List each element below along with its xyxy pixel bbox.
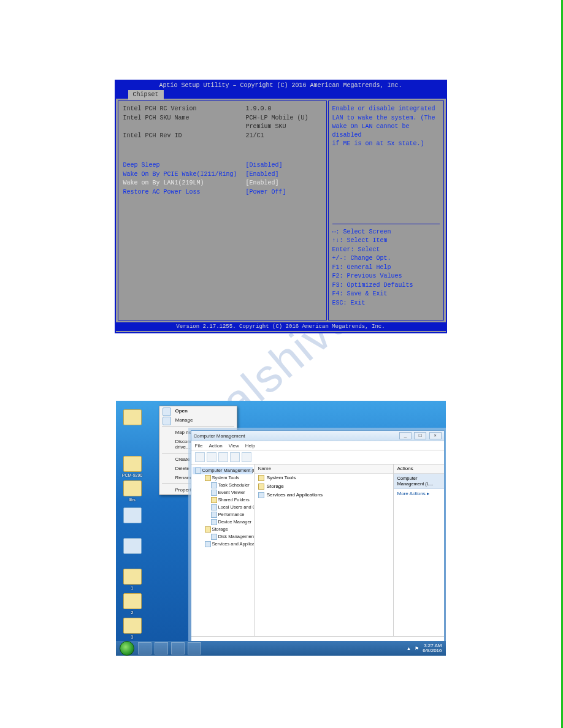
doc-page: manualshive.com Aptio Setup Utility – Co… <box>0 0 563 728</box>
tree-storage[interactable]: Storage <box>193 526 253 533</box>
actions-group: Computer Management (L... <box>394 474 444 489</box>
desktop-icon[interactable] <box>120 409 145 427</box>
icon-label: 2 <box>131 610 134 615</box>
folder-icon <box>123 409 142 425</box>
desktop-icon[interactable]: 2 <box>120 593 145 615</box>
icon-label: PCM-9290 <box>122 473 142 477</box>
list-item[interactable]: Services and Applications <box>255 491 393 499</box>
close-button[interactable]: × <box>429 432 442 439</box>
tree-task-scheduler[interactable]: Task Scheduler <box>193 482 253 489</box>
users-icon <box>211 504 217 510</box>
toolbar <box>191 450 444 464</box>
bios-option-label: Wake On By PCIE Wake(I211/Ring) <box>123 170 246 179</box>
bios-option-value: [Enabled] <box>246 170 279 179</box>
tree-root[interactable]: Computer Management (Local <box>193 467 253 474</box>
tree-shared-folders[interactable]: Shared Folders <box>193 496 253 504</box>
bios-option-restore-ac[interactable]: Restore AC Power Loss [Power Off] <box>123 188 321 197</box>
tray-clock[interactable]: 3:27 AM 6/8/2016 <box>423 643 442 654</box>
window-buttons: _ □ × <box>398 432 441 439</box>
taskbar-ie-icon[interactable] <box>138 642 151 654</box>
tree-label: Shared Folders <box>218 497 250 502</box>
folder-icon <box>123 593 142 609</box>
window-titlebar[interactable]: Computer Management _ □ × <box>191 431 444 441</box>
tree-pane: Computer Management (Local System Tools … <box>191 464 255 636</box>
services-icon <box>205 541 211 547</box>
start-button[interactable] <box>120 641 134 656</box>
toolbar-back-icon[interactable] <box>195 452 205 462</box>
desktop-icon[interactable]: PCM-9290 <box>120 456 145 477</box>
tree-device-manager[interactable]: Device Manager <box>193 518 253 526</box>
tree-label: Disk Management <box>218 534 255 539</box>
tray-flag-icon[interactable]: ⚑ <box>415 646 419 651</box>
actions-label: More Actions <box>397 491 426 496</box>
help-line: Enable or disable integrated <box>332 105 440 113</box>
tree-system-tools[interactable]: System Tools <box>193 474 253 482</box>
actions-more[interactable]: More Actions ▸ <box>394 489 444 498</box>
minimize-button[interactable]: _ <box>399 432 412 439</box>
desktop-icon[interactable]: libs <box>120 480 145 502</box>
tree-performance[interactable]: Performance <box>193 511 253 518</box>
tree-label: Device Manager <box>218 519 252 525</box>
desktop-icon[interactable]: 1 <box>120 569 145 590</box>
bios-info-row: Intel PCH SKU Name PCH-LP Mobile (U) <box>123 114 321 123</box>
tree-disk-management[interactable]: Disk Management <box>193 533 253 540</box>
bios-option-wake-lan1[interactable]: Wake on By LAN1(219LM) [Enabled] <box>123 179 321 188</box>
bios-option-value: [Enabled] <box>246 179 279 188</box>
ctx-open[interactable]: Open <box>159 406 237 415</box>
help-line: Wake On LAN cannot be disabled <box>332 123 440 139</box>
ctx-label: Delete <box>175 466 190 471</box>
bios-info-value: 1.9.0.0 <box>246 105 272 113</box>
bios-tab-chipset[interactable]: Chipset <box>128 90 164 100</box>
key-line: Enter: Select <box>332 246 440 254</box>
bios-info-label: Intel PCH Rev ID <box>123 132 246 140</box>
desktop-icon[interactable] <box>120 538 145 555</box>
bios-option-deep-sleep[interactable]: Deep Sleep [Disabled] <box>123 161 321 170</box>
divider <box>162 426 234 427</box>
list-item[interactable]: Storage <box>255 482 393 491</box>
storage-icon <box>205 526 211 533</box>
taskbar: ▲ ⚑ 3:27 AM 6/8/2016 <box>116 641 446 656</box>
menu-help[interactable]: Help <box>245 443 255 449</box>
toolbar-props-icon[interactable] <box>230 452 240 462</box>
toolbar-forward-icon[interactable] <box>207 452 216 462</box>
actions-pane: Actions Computer Management (L... More A… <box>394 464 444 636</box>
bios-body: Intel PCH RC Version 1.9.0.0 Intel PCH S… <box>116 99 446 322</box>
tree-services-apps[interactable]: Services and Applications <box>193 540 253 548</box>
help-line: LAN to wake the system. (The <box>332 114 440 123</box>
menu-file[interactable]: File <box>195 443 203 449</box>
icon-label: 3 <box>131 635 134 639</box>
manage-icon <box>163 417 171 425</box>
ctx-manage[interactable]: Manage <box>159 415 237 425</box>
menu-view[interactable]: View <box>229 443 239 449</box>
tree-local-users[interactable]: Local Users and Groups <box>193 504 253 511</box>
toolbar-help-icon[interactable] <box>242 452 251 462</box>
storage-icon <box>258 483 264 490</box>
drive-icon <box>123 538 142 554</box>
bios-info-label: Intel PCH SKU Name <box>123 114 246 123</box>
taskbar-media-icon[interactable] <box>171 642 185 654</box>
services-icon <box>258 492 264 498</box>
tray-up-icon[interactable]: ▲ <box>406 646 411 651</box>
bios-info-row: Premium SKU <box>123 123 321 131</box>
list-header-name[interactable]: Name <box>255 464 393 474</box>
desktop-icon[interactable]: 3 <box>120 618 145 639</box>
spacer <box>123 140 321 161</box>
bios-info-row: Intel PCH RC Version 1.9.0.0 <box>123 105 321 113</box>
list-item[interactable]: System Tools <box>255 474 393 482</box>
computer-management-window: Computer Management _ □ × File Action Vi… <box>191 430 445 645</box>
bios-panel: Aptio Setup Utility – Copyright (C) 2016… <box>115 80 447 333</box>
bios-option-wake-pcie[interactable]: Wake On By PCIE Wake(I211/Ring) [Enabled… <box>123 170 321 179</box>
key-line: +/-: Change Opt. <box>332 254 440 263</box>
toolbar-up-icon[interactable] <box>218 452 228 462</box>
folder-icon <box>205 475 211 481</box>
bios-info-value: 21/C1 <box>246 132 264 140</box>
tree-event-viewer[interactable]: Event Viewer <box>193 489 253 496</box>
maximize-button[interactable]: □ <box>414 432 426 439</box>
bios-info-row: Intel PCH Rev ID 21/C1 <box>123 132 321 140</box>
menu-action[interactable]: Action <box>209 443 222 449</box>
taskbar-explorer-icon[interactable] <box>155 642 168 654</box>
desktop-icon[interactable] <box>120 507 145 525</box>
bios-tabbar: Chipset <box>116 90 446 99</box>
taskbar-mmc-icon[interactable] <box>188 642 201 654</box>
list-label: System Tools <box>267 475 296 480</box>
